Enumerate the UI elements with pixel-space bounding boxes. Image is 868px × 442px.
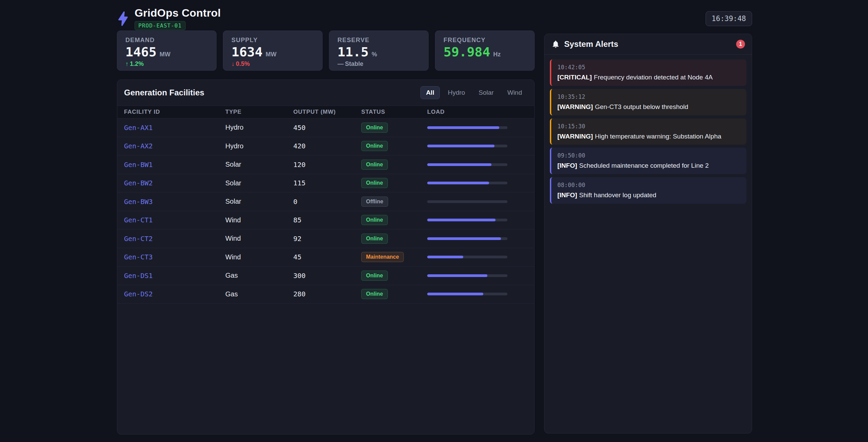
table-row[interactable]: Gen-CT3 Wind 45 Maintenance: [117, 248, 534, 267]
stat-card: RESERVE 11.5 % — Stable: [329, 31, 429, 71]
table-row[interactable]: Gen-BW2 Solar 115 Online: [117, 174, 534, 193]
stat-card: FREQUENCY 59.984 Hz: [435, 31, 535, 71]
facility-id-link[interactable]: Gen-BW3: [124, 198, 225, 206]
status-badge: Online: [361, 215, 388, 225]
facility-id-link[interactable]: Gen-AX1: [124, 124, 225, 132]
main-content: DEMAND 1465 MW ↑ 1.2% SUPPLY: [0, 31, 868, 435]
facility-output: 120: [293, 161, 361, 169]
load-cell: [427, 256, 527, 258]
load-bar-fill: [427, 145, 494, 147]
table-row[interactable]: Gen-AX1 Hydro 450 Online: [117, 118, 534, 137]
facility-type: Gas: [225, 290, 293, 298]
column-header-output: OUTPUT (MW): [293, 109, 361, 115]
load-bar-fill: [427, 219, 496, 221]
load-cell: [427, 145, 527, 147]
alert-severity-tag: [WARNING]: [557, 133, 593, 140]
stat-label: SUPPLY: [231, 37, 314, 44]
status-cell: Online: [361, 160, 427, 170]
stat-value: 11.5: [337, 45, 369, 59]
status-cell: Online: [361, 215, 427, 225]
delta-text: 0.5%: [236, 60, 250, 68]
facility-id-link[interactable]: Gen-DS1: [124, 272, 225, 280]
facility-id-link[interactable]: Gen-BW1: [124, 161, 225, 169]
facility-output: 280: [293, 290, 361, 298]
status-badge: Online: [361, 289, 388, 299]
load-bar-track: [427, 274, 507, 277]
alerts-panel-header: System Alerts 1: [544, 34, 752, 55]
load-cell: [427, 126, 527, 129]
alert-item[interactable]: 10:35:12 [WARNING]Gen-CT3 output below t…: [550, 89, 746, 115]
alert-message-text: High temperature warning: Substation Alp…: [595, 133, 721, 140]
alert-timestamp: 10:35:12: [557, 93, 740, 100]
load-cell: [427, 293, 527, 295]
status-cell: Online: [361, 289, 427, 299]
app-title: GridOps Control: [135, 7, 221, 19]
alert-item[interactable]: 10:42:05 [CRITICAL]Frequency deviation d…: [550, 59, 746, 86]
filter-tab[interactable]: Hydro: [442, 86, 471, 99]
brand: GridOps Control PROD-EAST-01: [117, 7, 221, 30]
alert-severity-tag: [INFO]: [557, 191, 577, 199]
delta-direction-icon: —: [337, 60, 344, 68]
status-cell: Online: [361, 271, 427, 281]
facility-output: 85: [293, 216, 361, 224]
column-header-status: STATUS: [361, 109, 427, 115]
facility-type: Solar: [225, 161, 293, 168]
alert-item[interactable]: 09:50:00 [INFO]Scheduled maintenance com…: [550, 148, 746, 174]
stat-delta: ↓ 0.5%: [231, 60, 314, 68]
table-row[interactable]: Gen-CT1 Wind 85 Online: [117, 211, 534, 230]
facility-type: Gas: [225, 272, 293, 279]
stat-unit: MW: [160, 51, 171, 58]
alert-message-text: Frequency deviation detected at Node 4A: [594, 74, 713, 81]
facility-id-link[interactable]: Gen-BW2: [124, 179, 225, 187]
facility-id-link[interactable]: Gen-CT3: [124, 253, 225, 261]
brand-text: GridOps Control PROD-EAST-01: [135, 7, 221, 30]
stat-value: 59.984: [444, 45, 490, 59]
facility-id-link[interactable]: Gen-CT1: [124, 216, 225, 224]
facility-id-link[interactable]: Gen-DS2: [124, 290, 225, 298]
table-row[interactable]: Gen-DS1 Gas 300 Online: [117, 266, 534, 285]
stat-value: 1634: [231, 45, 263, 59]
facility-type: Wind: [225, 253, 293, 261]
table-row[interactable]: Gen-DS2 Gas 280 Online: [117, 285, 534, 304]
status-badge: Maintenance: [361, 252, 404, 262]
facility-id-link[interactable]: Gen-AX2: [124, 142, 225, 150]
facility-type: Hydro: [225, 124, 293, 131]
filter-tab[interactable]: All: [420, 86, 439, 99]
clock: 16:39:48: [706, 11, 752, 26]
load-cell: [427, 237, 527, 240]
facility-type: Solar: [225, 198, 293, 205]
alert-item[interactable]: 08:00:00 [INFO]Shift handover log update…: [550, 177, 746, 204]
facility-filter-tabs: All Hydro Solar Wind: [420, 86, 527, 99]
status-badge: Online: [361, 234, 388, 244]
load-cell: [427, 163, 527, 166]
table-row[interactable]: Gen-BW1 Solar 120 Online: [117, 155, 534, 174]
status-cell: Online: [361, 141, 427, 151]
system-alerts-panel: System Alerts 1 10:42:05 [CRITICAL]Frequ…: [544, 34, 752, 434]
table-row[interactable]: Gen-BW3 Solar 0 Offline: [117, 192, 534, 211]
facility-id-link[interactable]: Gen-CT2: [124, 235, 225, 243]
status-badge: Online: [361, 178, 388, 188]
table-row[interactable]: Gen-CT2 Wind 92 Online: [117, 229, 534, 248]
load-cell: [427, 219, 527, 221]
facility-type: Wind: [225, 216, 293, 224]
load-bar-track: [427, 256, 507, 258]
stat-value-row: 59.984 Hz: [444, 45, 526, 59]
load-bar-track: [427, 293, 507, 295]
status-badge: Offline: [361, 197, 388, 207]
filter-tab[interactable]: Solar: [473, 86, 499, 99]
alert-list: 10:42:05 [CRITICAL]Frequency deviation d…: [544, 55, 752, 211]
left-column: DEMAND 1465 MW ↑ 1.2% SUPPLY: [117, 31, 535, 435]
load-bar-fill: [427, 274, 487, 277]
load-bar-fill: [427, 237, 501, 240]
alert-item[interactable]: 10:15:30 [WARNING]High temperature warni…: [550, 118, 746, 145]
load-bar-fill: [427, 126, 499, 129]
column-header-load: LOAD: [427, 109, 527, 115]
stats-row: DEMAND 1465 MW ↑ 1.2% SUPPLY: [117, 31, 535, 71]
table-row[interactable]: Gen-AX2 Hydro 420 Online: [117, 137, 534, 156]
status-cell: Maintenance: [361, 252, 427, 262]
load-bar-track: [427, 163, 507, 166]
stat-unit: Hz: [493, 51, 501, 58]
load-bar-track: [427, 219, 507, 221]
filter-tab[interactable]: Wind: [502, 86, 527, 99]
stat-value-row: 1465 MW: [125, 45, 208, 59]
